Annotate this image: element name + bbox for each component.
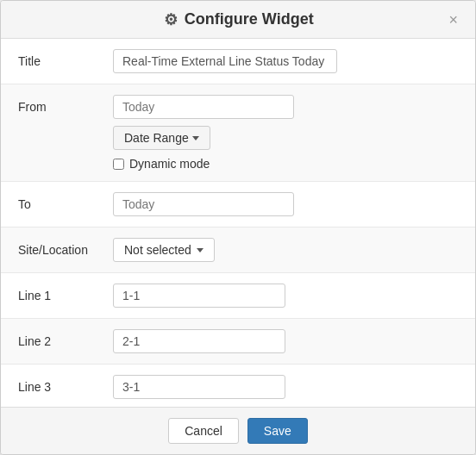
- date-range-button[interactable]: Date Range: [113, 126, 210, 150]
- close-button[interactable]: ×: [445, 12, 461, 28]
- line3-row: Line 3: [1, 365, 475, 407]
- modal-title: Configure Widget: [185, 10, 314, 28]
- dynamic-mode-row: Dynamic mode: [113, 157, 458, 171]
- line3-label: Line 3: [18, 375, 113, 394]
- from-input[interactable]: [113, 95, 294, 119]
- modal-header: ⚙ Configure Widget ×: [1, 1, 475, 39]
- line2-label: Line 2: [18, 329, 113, 348]
- from-row: From Date Range Dynamic mode: [1, 84, 475, 182]
- to-label: To: [18, 192, 113, 211]
- site-location-caret-icon: [197, 248, 204, 252]
- date-range-label: Date Range: [124, 131, 189, 145]
- modal-title-area: ⚙ Configure Widget: [32, 10, 445, 29]
- site-location-label: Site/Location: [18, 238, 113, 257]
- dynamic-mode-label: Dynamic mode: [129, 157, 210, 171]
- title-input[interactable]: [113, 49, 337, 73]
- site-location-dropdown[interactable]: Not selected: [113, 238, 215, 262]
- dynamic-mode-checkbox[interactable]: [113, 159, 124, 170]
- not-selected-label: Not selected: [124, 243, 191, 257]
- to-row: To: [1, 182, 475, 228]
- modal-body: Title From Date Range Dynamic mode: [1, 39, 475, 407]
- save-button[interactable]: Save: [247, 418, 308, 444]
- line1-label: Line 1: [18, 284, 113, 302]
- to-input[interactable]: [113, 192, 294, 216]
- title-row: Title: [1, 39, 475, 84]
- line3-input[interactable]: [113, 375, 285, 399]
- title-controls: [113, 49, 458, 73]
- line1-input[interactable]: [113, 284, 285, 308]
- site-location-row: Site/Location Not selected: [1, 228, 475, 273]
- line3-controls: [113, 375, 458, 399]
- from-controls: Date Range Dynamic mode: [113, 95, 458, 171]
- modal-footer: Cancel Save: [1, 407, 475, 454]
- from-label: From: [18, 95, 113, 114]
- title-label: Title: [18, 49, 113, 68]
- site-location-controls: Not selected: [113, 238, 458, 262]
- modal-container: ⚙ Configure Widget × Title From Date Ran…: [0, 0, 476, 455]
- line2-input[interactable]: [113, 329, 285, 353]
- cancel-button[interactable]: Cancel: [168, 418, 239, 444]
- line1-row: Line 1: [1, 273, 475, 319]
- line1-controls: [113, 284, 458, 308]
- date-range-caret-icon: [192, 136, 199, 140]
- to-controls: [113, 192, 458, 216]
- gear-icon: ⚙: [164, 10, 178, 29]
- line2-controls: [113, 329, 458, 353]
- line2-row: Line 2: [1, 319, 475, 365]
